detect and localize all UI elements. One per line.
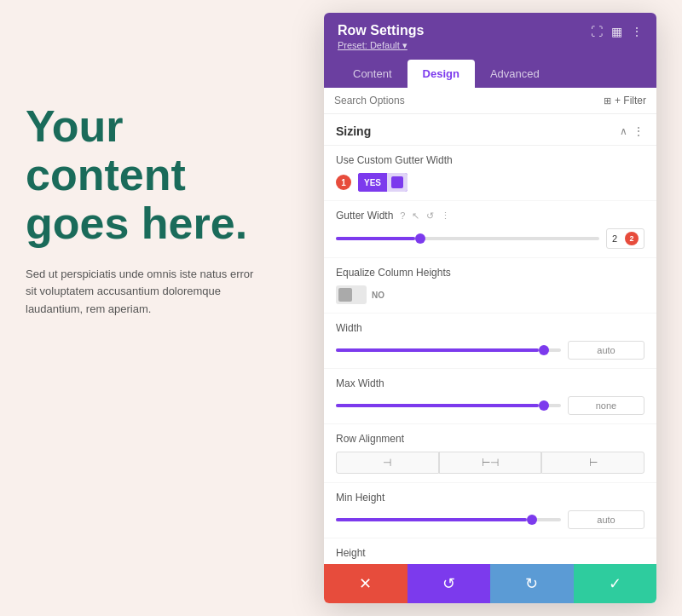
max-width-setting: Max Width xyxy=(324,369,656,424)
section-title: Sizing xyxy=(336,124,371,138)
max-width-label: Max Width xyxy=(336,377,644,389)
width-input[interactable] xyxy=(568,341,644,360)
custom-gutter-label: Use Custom Gutter Width xyxy=(336,154,644,166)
min-height-input[interactable] xyxy=(568,510,644,529)
cancel-button[interactable]: ✕ xyxy=(324,564,407,603)
custom-gutter-toggle-group: 1 YES xyxy=(336,173,644,192)
align-center-icon: ⊢⊣ xyxy=(482,457,499,469)
cancel-icon: ✕ xyxy=(359,574,372,593)
align-left-icon: ⊣ xyxy=(383,457,391,469)
tab-content[interactable]: Content xyxy=(338,60,407,88)
row-alignment-label: Row Alignment xyxy=(336,433,644,445)
align-left-button[interactable]: ⊣ xyxy=(336,452,439,474)
tab-bar: Content Design Advanced xyxy=(324,60,656,88)
refresh-button[interactable]: ↻ xyxy=(490,564,574,603)
gutter-value: 2 xyxy=(612,233,617,244)
min-height-slider[interactable] xyxy=(336,518,561,521)
panel-body: Sizing ∧ ⋮ Use Custom Gutter Width 1 YES xyxy=(324,114,656,564)
filter-button[interactable]: ⊞ + Filter xyxy=(604,95,646,107)
cursor-icon[interactable]: ↖ xyxy=(412,210,419,222)
tab-design[interactable]: Design xyxy=(407,60,475,88)
toggle-knob xyxy=(391,176,403,188)
equalize-label: Equalize Column Heights xyxy=(336,267,644,279)
equalize-toggle-knob xyxy=(338,288,352,302)
columns-icon[interactable]: ▦ xyxy=(611,25,622,38)
undo-icon[interactable]: ↺ xyxy=(426,210,434,222)
search-input[interactable] xyxy=(334,95,604,107)
save-button[interactable]: ✓ xyxy=(574,564,657,603)
gutter-slider[interactable] xyxy=(336,237,599,240)
bottom-toolbar: ✕ ↺ ↻ ✓ xyxy=(324,564,656,603)
custom-gutter-setting: Use Custom Gutter Width 1 YES xyxy=(324,146,656,201)
align-right-button[interactable]: ⊢ xyxy=(541,452,644,474)
equalize-toggle-track[interactable] xyxy=(336,285,367,304)
reset-button[interactable]: ↺ xyxy=(407,564,491,603)
equalize-toggle[interactable]: NO xyxy=(336,285,384,304)
max-width-slider[interactable] xyxy=(336,404,561,407)
height-setting: Height xyxy=(324,538,656,564)
main-heading: Your content goes here. xyxy=(26,102,290,249)
section-more-icon[interactable]: ⋮ xyxy=(633,124,644,138)
fullscreen-icon[interactable]: ⛶ xyxy=(591,25,603,38)
align-center-button[interactable]: ⊢⊣ xyxy=(439,452,542,474)
max-width-input[interactable] xyxy=(568,396,644,415)
body-text: Sed ut perspiciatis unde omnis iste natu… xyxy=(26,266,264,319)
equalize-setting: Equalize Column Heights NO xyxy=(324,258,656,314)
width-setting: Width xyxy=(324,314,656,369)
row-settings-panel: Row Settings Preset: Default ▾ ⛶ ▦ ⋮ Con… xyxy=(324,13,656,603)
min-height-label-text: Min Height xyxy=(336,492,384,504)
section-controls: ∧ ⋮ xyxy=(620,124,644,138)
save-icon: ✓ xyxy=(609,574,621,593)
panel-title: Row Settings xyxy=(338,23,424,38)
collapse-icon[interactable]: ∧ xyxy=(620,125,627,137)
help-icon[interactable]: ? xyxy=(400,210,405,221)
align-right-icon: ⊢ xyxy=(589,457,598,469)
panel-preset[interactable]: Preset: Default ▾ xyxy=(338,40,424,51)
panel-header: Row Settings Preset: Default ▾ ⛶ ▦ ⋮ xyxy=(324,13,656,60)
max-width-label-text: Max Width xyxy=(336,377,384,389)
gutter-width-label-row: Gutter Width ? ↖ ↺ ⋮ xyxy=(336,210,644,222)
tab-advanced[interactable]: Advanced xyxy=(475,60,555,88)
gutter-width-setting: Gutter Width ? ↖ ↺ ⋮ 2 2 xyxy=(324,201,656,258)
height-label-text: Height xyxy=(336,547,366,559)
equalize-label-text: Equalize Column Heights xyxy=(336,267,451,279)
badge-2: 2 xyxy=(625,232,639,245)
row-alignment-label-text: Row Alignment xyxy=(336,433,404,445)
width-slider[interactable] xyxy=(336,348,561,352)
custom-gutter-label-text: Use Custom Gutter Width xyxy=(336,154,453,166)
gutter-width-label: Gutter Width xyxy=(336,210,393,222)
filter-icon: ⊞ xyxy=(604,95,611,107)
more-icon[interactable]: ⋮ xyxy=(631,25,643,38)
width-slider-row xyxy=(336,341,644,360)
options-icon[interactable]: ⋮ xyxy=(441,210,450,222)
row-alignment-setting: Row Alignment ⊣ ⊢⊣ ⊢ xyxy=(324,424,656,483)
equalize-toggle-label: NO xyxy=(372,291,384,300)
width-label-text: Width xyxy=(336,322,362,334)
gutter-slider-row: 2 2 xyxy=(336,228,644,249)
sizing-section-header: Sizing ∧ ⋮ xyxy=(324,114,656,146)
refresh-icon: ↻ xyxy=(525,574,538,593)
max-width-slider-row xyxy=(336,396,644,415)
gutter-value-box: 2 2 xyxy=(606,228,644,249)
panel-title-group: Row Settings Preset: Default ▾ xyxy=(338,23,424,51)
min-height-setting: Min Height xyxy=(324,483,656,538)
reset-icon: ↺ xyxy=(442,574,455,593)
left-content-area: Your content goes here. Sed ut perspicia… xyxy=(26,102,290,319)
min-height-label: Min Height xyxy=(336,492,644,504)
min-height-slider-row xyxy=(336,510,644,529)
panel-header-icons: ⛶ ▦ ⋮ xyxy=(591,25,643,38)
toggle-knob-area xyxy=(387,173,407,192)
toggle-yes-label: YES xyxy=(358,173,387,192)
custom-gutter-toggle[interactable]: YES xyxy=(358,173,407,192)
width-label: Width xyxy=(336,322,644,334)
search-bar: ⊞ + Filter xyxy=(324,88,656,114)
height-label: Height xyxy=(336,547,644,559)
alignment-buttons: ⊣ ⊢⊣ ⊢ xyxy=(336,452,644,474)
badge-1: 1 xyxy=(336,175,351,190)
